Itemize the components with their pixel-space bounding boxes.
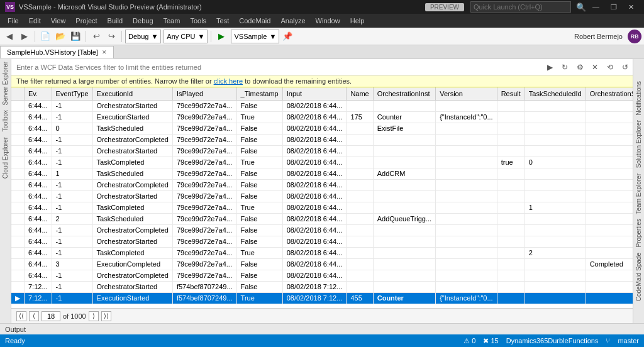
table-cell-9 [436, 202, 497, 213]
tab-close-button[interactable]: ✕ [102, 49, 107, 55]
table-row[interactable]: 6:44...-1OrchestratorCompleted79ce99d72e… [11, 224, 633, 236]
menu-item-debug[interactable]: Debug [128, 14, 158, 28]
table-row[interactable]: 6:44...-1TaskCompleted79ce99d72e7a4...Tr… [11, 247, 633, 258]
table-row[interactable]: 6:44...-1OrchestratorStarted79ce99d72e7a… [11, 145, 633, 157]
toolbar-redo-btn[interactable]: ↪ [104, 30, 118, 43]
minimize-button[interactable]: — [587, 0, 604, 14]
cpu-dropdown[interactable]: Any CPU ▼ [164, 30, 208, 43]
next-page-button[interactable]: ⟩ [89, 311, 99, 321]
table-row[interactable]: 6:44...-1TaskCompleted79ce99d72e7a4...Tr… [11, 202, 633, 213]
toolbar-forward-btn[interactable]: ▶ [18, 30, 31, 43]
table-cell-3: OrchestratorCompleted [92, 134, 172, 145]
close-button[interactable]: ✕ [623, 0, 639, 14]
table-cell-5: False [236, 100, 282, 111]
table-cell-2: -1 [52, 134, 92, 145]
menu-item-build[interactable]: Build [103, 14, 128, 28]
table-row[interactable]: 6:44...-1TaskCompleted79ce99d72e7a4...Tr… [11, 157, 633, 168]
table-row[interactable]: 6:44...2TaskScheduled79ce99d72e7a4...Fal… [11, 213, 633, 224]
table-cell-4: 79ce99d72e7a4... [172, 202, 236, 213]
table-row[interactable]: 7:12...-1OrchestratorStartedf574bef87072… [11, 281, 633, 292]
table-row[interactable]: 6:44...0TaskScheduled79ce99d72e7a4...Fal… [11, 123, 633, 134]
left-panel-toolbox[interactable]: Toolbox [1, 107, 10, 134]
filter-reset-btn[interactable]: ⟲ [603, 60, 617, 74]
menu-item-codemaid[interactable]: CodeMaid [234, 14, 275, 28]
filter-refresh-btn[interactable]: ↻ [558, 60, 572, 74]
table-cell-12 [586, 202, 633, 213]
tab-row: SampleHub.VSHistory [Table] ✕ [0, 45, 644, 59]
first-page-button[interactable]: ⟨⟨ [16, 311, 26, 321]
table-cell-8: ExistFile [373, 123, 435, 134]
right-panel-properties[interactable]: Properties [634, 216, 643, 250]
filter-clear-btn[interactable]: ✕ [588, 60, 602, 74]
table-cell-4: 79ce99d72e7a4... [172, 168, 236, 179]
table-cell-10 [497, 111, 525, 123]
right-panel-team-explorer[interactable]: Team Explorer [634, 171, 643, 216]
menu-item-edit[interactable]: Edit [24, 14, 46, 28]
right-panel-codemaid-spade[interactable]: CodeMaid Spade [634, 250, 643, 304]
app-icon: VS [5, 2, 15, 12]
restore-button[interactable]: ❐ [606, 0, 622, 14]
table-cell-3: ExecutionCompleted [92, 258, 172, 270]
quick-launch-input[interactable] [470, 1, 571, 13]
toolbar-pin-btn[interactable]: 📌 [280, 30, 294, 43]
toolbar-save-btn[interactable]: 💾 [69, 30, 82, 43]
table-cell-7 [347, 258, 373, 270]
prev-page-button[interactable]: ⟨ [29, 311, 39, 321]
debug-dropdown[interactable]: Debug ▼ [125, 30, 161, 43]
left-side-panel: Server ExplorerToolboxCloud Explorer [0, 59, 11, 323]
toolbar-new-btn[interactable]: 📄 [38, 30, 52, 43]
menu-item-file[interactable]: File [3, 14, 24, 28]
table-row[interactable]: 6:44...-1ExecutionStarted79ce99d72e7a4..… [11, 111, 633, 123]
table-row[interactable]: 6:44...-1OrchestratorStarted79ce99d72e7a… [11, 100, 633, 111]
table-cell-5: True [236, 111, 282, 123]
toolbar-back-btn[interactable]: ◀ [3, 30, 16, 43]
project-dropdown[interactable]: VSSample ▼ [231, 30, 279, 43]
table-cell-8 [373, 157, 435, 168]
user-label: Robert Bermejo [574, 33, 623, 40]
table-cell-7: 175 [347, 111, 373, 123]
table-row[interactable]: 6:44...-1OrchestratorCompleted79ce99d72e… [11, 270, 633, 281]
toolbar-undo-btn[interactable]: ↩ [89, 30, 103, 43]
table-row[interactable]: 6:44...1TaskScheduled79ce99d72e7a4...Fal… [11, 168, 633, 179]
toolbar-open-btn[interactable]: 📂 [53, 30, 67, 43]
table-row[interactable]: ▶7:12...-1ExecutionStartedf574bef8707249… [11, 292, 633, 304]
filter-run-btn[interactable]: ▶ [543, 60, 557, 74]
table-cell-7: 455 [347, 292, 373, 304]
main-area: Server ExplorerToolboxCloud Explorer ▶ ↻… [0, 59, 644, 323]
toolbar-start-btn[interactable]: ▶ [214, 30, 228, 43]
filter-input[interactable] [11, 59, 542, 75]
filter-undo-btn[interactable]: ↺ [618, 60, 632, 74]
right-panel-notifications[interactable]: Notifications [634, 79, 643, 118]
filter-settings-btn[interactable]: ⚙ [573, 60, 587, 74]
last-page-button[interactable]: ⟩⟩ [101, 311, 111, 321]
data-table-container[interactable]: Ev.EventTypeExecutionIdIsPlayed_Timestam… [11, 87, 633, 308]
table-cell-7 [347, 190, 373, 202]
menu-item-help[interactable]: Help [345, 14, 370, 28]
table-cell-12 [586, 168, 633, 179]
table-row[interactable]: 6:44...3ExecutionCompleted79ce99d72e7a4.… [11, 258, 633, 270]
menu-item-window[interactable]: Window [311, 14, 345, 28]
menu-item-team[interactable]: Team [158, 14, 186, 28]
menu-item-view[interactable]: View [46, 14, 71, 28]
table-cell-6: 08/02/2018 6:44... [282, 134, 347, 145]
table-cell-4: 79ce99d72e7a4... [172, 224, 236, 236]
menu-item-test[interactable]: Test [211, 14, 234, 28]
table-row[interactable]: 6:44...-1OrchestratorCompleted79ce99d72e… [11, 134, 633, 145]
table-row[interactable]: 6:44...-1OrchestratorCompleted79ce99d72e… [11, 179, 633, 190]
table-cell-10 [497, 179, 525, 190]
col-header-OrchestrationStat: OrchestrationStat [586, 87, 633, 100]
right-panel-solution-explorer[interactable]: Solution Explorer [634, 118, 643, 170]
table-row[interactable]: 6:44...-1OrchestratorStarted79ce99d72e7a… [11, 190, 633, 202]
menu-item-tools[interactable]: Tools [185, 14, 211, 28]
active-tab[interactable]: SampleHub.VSHistory [Table] ✕ [0, 46, 114, 58]
table-row[interactable]: 6:44...-1OrchestratorStarted79ce99d72e7a… [11, 236, 633, 247]
search-icon[interactable]: 🔍 [576, 3, 586, 12]
page-number-input[interactable] [42, 311, 60, 321]
menu-item-analyze[interactable]: Analyze [275, 14, 310, 28]
menu-item-project[interactable]: Project [70, 14, 102, 28]
table-cell-4: 79ce99d72e7a4... [172, 145, 236, 157]
warning-link[interactable]: click here [214, 77, 243, 85]
table-cell-12 [586, 111, 633, 123]
left-panel-cloud-explorer[interactable]: Cloud Explorer [1, 135, 10, 181]
left-panel-server-explorer[interactable]: Server Explorer [1, 59, 10, 107]
